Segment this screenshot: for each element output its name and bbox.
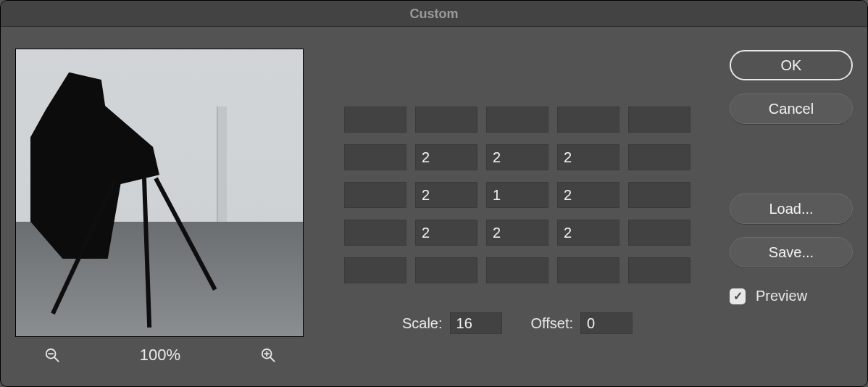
kernel-cell[interactable] — [344, 144, 406, 170]
cancel-button[interactable]: Cancel — [730, 93, 853, 124]
kernel-cell[interactable] — [557, 182, 619, 208]
kernel-cell[interactable] — [628, 107, 690, 133]
offset-label: Offset: — [531, 315, 574, 332]
kernel-cell[interactable] — [344, 257, 406, 283]
kernel-cell[interactable] — [557, 144, 619, 170]
custom-filter-dialog: Custom 100% — [0, 0, 868, 387]
offset-input[interactable] — [580, 312, 633, 334]
svg-line-1 — [54, 357, 59, 362]
kernel-cell[interactable] — [628, 257, 690, 283]
preview-image-frame[interactable] — [15, 49, 304, 337]
kernel-cell[interactable] — [486, 182, 548, 208]
kernel-cell[interactable] — [628, 144, 690, 170]
preview-image — [16, 49, 303, 336]
zoom-level-label: 100% — [140, 346, 180, 365]
kernel-cell[interactable] — [628, 182, 690, 208]
preview-checkbox[interactable]: ✓ — [730, 288, 746, 304]
kernel-cell[interactable] — [486, 220, 548, 246]
preview-panel: 100% — [15, 49, 305, 372]
zoom-out-icon[interactable] — [44, 347, 60, 363]
scale-label: Scale: — [402, 315, 443, 332]
kernel-cell[interactable] — [344, 107, 406, 133]
kernel-cell[interactable] — [415, 182, 477, 208]
kernel-cell[interactable] — [557, 220, 619, 246]
kernel-cell[interactable] — [344, 220, 406, 246]
kernel-cell[interactable] — [486, 257, 548, 283]
kernel-cell[interactable] — [415, 144, 477, 170]
kernel-panel: Scale: Offset: — [320, 49, 715, 372]
zoom-in-icon[interactable] — [260, 347, 276, 363]
kernel-cell[interactable] — [628, 220, 690, 246]
dialog-title: Custom — [1, 1, 867, 27]
kernel-cell[interactable] — [344, 182, 406, 208]
kernel-matrix — [344, 107, 690, 283]
kernel-cell[interactable] — [557, 107, 619, 133]
save-button[interactable]: Save... — [730, 237, 853, 267]
kernel-cell[interactable] — [415, 107, 477, 133]
load-button[interactable]: Load... — [730, 194, 853, 224]
kernel-cell[interactable] — [415, 220, 477, 246]
button-column: OK Cancel Load... Save... ✓ Preview — [730, 49, 853, 372]
kernel-cell[interactable] — [486, 144, 548, 170]
kernel-cell[interactable] — [415, 257, 477, 283]
kernel-cell[interactable] — [557, 257, 619, 283]
scale-input[interactable] — [450, 312, 502, 334]
svg-line-4 — [270, 357, 275, 362]
ok-button[interactable]: OK — [730, 50, 853, 80]
preview-checkbox-label: Preview — [756, 288, 807, 304]
kernel-cell[interactable] — [486, 107, 548, 133]
